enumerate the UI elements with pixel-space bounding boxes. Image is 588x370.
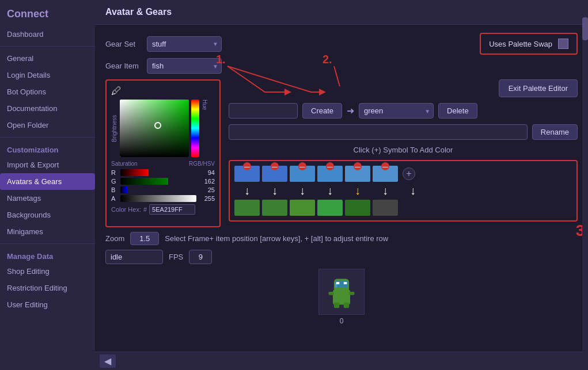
minus-badge-2[interactable]: —: [271, 162, 279, 170]
palette-controls-row1: Create ➜ green blue red Delete: [229, 103, 578, 119]
add-color-hint: Click (+) Symbol To Add Color: [229, 146, 578, 154]
sidebar-item-dashboard[interactable]: Dashboard: [0, 26, 95, 43]
channel-r-bar[interactable]: [120, 169, 196, 176]
saturation-label: Saturation: [111, 161, 138, 167]
preview-sprite: [318, 269, 365, 315]
animation-state-input[interactable]: [105, 250, 163, 264]
arrow-down-1: ↓: [234, 184, 260, 197]
sprite-svg: [324, 272, 359, 312]
swatch-blue-3[interactable]: —: [290, 166, 315, 182]
green-swatch-6[interactable]: [373, 200, 398, 216]
minus-badge-1[interactable]: —: [243, 162, 251, 170]
minus-badge-6[interactable]: —: [381, 162, 389, 170]
hue-slider[interactable]: [191, 100, 199, 157]
gear-item-select-wrapper[interactable]: fish hat glasses: [147, 58, 222, 74]
green-swatches-row: [234, 200, 572, 216]
sidebar-item-import-export[interactable]: Import & Export: [0, 157, 95, 173]
sidebar-item-restriction-editing[interactable]: Restriction Editing: [0, 280, 95, 296]
exit-palette-button[interactable]: Exit Palette Editor: [499, 79, 578, 97]
zoom-input[interactable]: [130, 232, 159, 245]
svg-rect-7: [349, 292, 354, 295]
scrollbar-thumb[interactable]: [582, 17, 588, 40]
channel-b-label: B: [111, 186, 118, 193]
sidebar-divider-3: [0, 243, 95, 244]
green-swatch-4[interactable]: [317, 200, 343, 216]
minus-badge-5[interactable]: —: [354, 162, 362, 170]
sidebar-item-bot-options[interactable]: Bot Options: [0, 83, 95, 100]
page-title: Avatar & Gears: [95, 0, 588, 25]
editor-area: 🖊 Brightness Hue Saturation RGB/HSV R: [105, 79, 578, 227]
color-picker-panel: 🖊 Brightness Hue Saturation RGB/HSV R: [105, 79, 221, 227]
palette-swap-checkbox[interactable]: [558, 39, 568, 49]
color-circle-handle[interactable]: [154, 122, 161, 129]
add-swatch-button[interactable]: +: [403, 167, 415, 180]
channel-r-value: 94: [199, 169, 215, 176]
color-hex-label: Color Hex:: [111, 206, 141, 213]
eyedropper-icon[interactable]: 🖊: [111, 85, 215, 97]
saturation-row: Saturation RGB/HSV: [111, 161, 215, 167]
content-area: Gear Set stuff default custom Uses Palet…: [95, 25, 588, 352]
gear-set-select[interactable]: stuff default custom: [147, 36, 222, 52]
sidebar-item-general[interactable]: General: [0, 50, 95, 67]
color-gradient-area[interactable]: [120, 100, 189, 157]
green-swatch-5[interactable]: [345, 200, 370, 216]
channel-g-value: 162: [199, 178, 215, 185]
channel-g-row: G 162: [111, 178, 215, 185]
arrow-down-yellow: ↓: [345, 184, 370, 197]
channel-a-row: A 255: [111, 195, 215, 202]
sidebar-item-user-editing[interactable]: User Editing: [0, 296, 95, 313]
arrow-down-3: ↓: [290, 184, 315, 197]
svg-rect-6: [329, 292, 334, 295]
channel-a-bar[interactable]: [120, 195, 196, 202]
arrow-down-2: ↓: [262, 184, 287, 197]
rename-btn-area: Rename: [532, 124, 578, 140]
sidebar-item-backgrounds[interactable]: Backgrounds: [0, 207, 95, 223]
color-hex-row: Color Hex: #: [111, 204, 215, 215]
sidebar-item-documentation[interactable]: Documentation: [0, 100, 95, 117]
nav-left-arrow[interactable]: ◀: [100, 354, 116, 368]
animation-state-row: FPS: [105, 250, 578, 264]
palette-dropdown[interactable]: green blue red: [359, 103, 434, 119]
channel-b-bar[interactable]: [120, 186, 196, 193]
rename-input[interactable]: [229, 124, 528, 140]
green-swatch-3[interactable]: [290, 200, 315, 216]
arrows-row: ↓ ↓ ↓ ↓ ↓ ↓ ↓: [234, 184, 572, 197]
palette-swap-label: Uses Palette Swap: [489, 40, 552, 48]
palette-name-input[interactable]: [229, 103, 298, 119]
customization-section-label: Customization: [0, 141, 95, 157]
swatch-blue-1[interactable]: —: [234, 166, 260, 182]
swatch-blue-6[interactable]: —: [373, 166, 398, 182]
color-hex-hash: #: [143, 206, 147, 213]
rgb-hsv-label: RGB/HSV: [189, 161, 215, 167]
delete-button[interactable]: Delete: [438, 103, 477, 119]
color-hex-input[interactable]: [149, 204, 195, 215]
swatch-blue-2[interactable]: —: [262, 166, 287, 182]
sidebar-divider: [0, 46, 95, 47]
sidebar-item-nametags[interactable]: Nametags: [0, 190, 95, 207]
palette-controls-row2: Rename: [229, 124, 578, 140]
channel-g-bar[interactable]: [120, 178, 196, 185]
minus-badge-4[interactable]: —: [326, 162, 334, 170]
manage-data-section-label: Manage Data: [0, 247, 95, 263]
gear-set-select-wrapper[interactable]: stuff default custom: [147, 36, 222, 52]
scrollbar[interactable]: [582, 0, 588, 370]
sidebar-item-shop-editing[interactable]: Shop Editing: [0, 263, 95, 280]
preview-frame-number: 0: [340, 317, 344, 325]
sidebar-item-open-folder[interactable]: Open Folder: [0, 117, 95, 133]
channel-g-label: G: [111, 178, 118, 185]
rename-button[interactable]: Rename: [532, 124, 578, 140]
swatch-blue-4[interactable]: —: [317, 166, 343, 182]
sidebar-item-avatars-gears[interactable]: Avatars & Gears: [0, 173, 95, 190]
fps-input[interactable]: [189, 250, 212, 264]
arrow-right-icon: ➜: [347, 105, 354, 116]
palette-dropdown-wrapper[interactable]: green blue red: [359, 103, 434, 119]
sidebar-item-login-details[interactable]: Login Details: [0, 67, 95, 83]
green-swatch-2[interactable]: [262, 200, 287, 216]
green-swatch-1[interactable]: [234, 200, 260, 216]
gear-item-select[interactable]: fish hat glasses: [147, 58, 222, 74]
svg-rect-9: [344, 303, 349, 308]
swatch-blue-5[interactable]: —: [345, 166, 370, 182]
sidebar-item-minigames[interactable]: Minigames: [0, 223, 95, 240]
create-button[interactable]: Create: [302, 103, 342, 119]
minus-badge-3[interactable]: —: [298, 162, 306, 170]
